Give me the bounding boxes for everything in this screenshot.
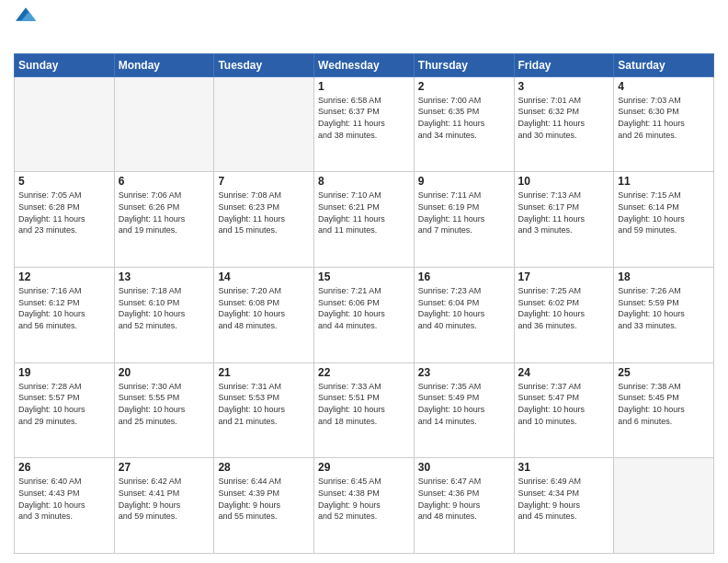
day-info: Sunrise: 6:44 AM Sunset: 4:39 PM Dayligh… [218, 476, 310, 522]
day-number: 18 [618, 270, 710, 283]
calendar-cell: 14Sunrise: 7:20 AM Sunset: 6:08 PM Dayli… [214, 268, 314, 363]
day-info: Sunrise: 7:03 AM Sunset: 6:30 PM Dayligh… [618, 95, 710, 141]
calendar-cell: 28Sunrise: 6:44 AM Sunset: 4:39 PM Dayli… [214, 458, 314, 554]
calendar-cell: 20Sunrise: 7:30 AM Sunset: 5:55 PM Dayli… [114, 362, 214, 458]
calendar-cell: 9Sunrise: 7:11 AM Sunset: 6:19 PM Daylig… [414, 172, 514, 268]
day-number: 7 [218, 175, 310, 188]
calendar-cell: 23Sunrise: 7:35 AM Sunset: 5:49 PM Dayli… [414, 362, 514, 458]
week-row-4: 19Sunrise: 7:28 AM Sunset: 5:57 PM Dayli… [15, 362, 714, 458]
calendar-cell: 7Sunrise: 7:08 AM Sunset: 6:23 PM Daylig… [214, 172, 314, 268]
day-info: Sunrise: 7:18 AM Sunset: 6:10 PM Dayligh… [119, 285, 210, 331]
day-info: Sunrise: 7:33 AM Sunset: 5:51 PM Dayligh… [318, 381, 410, 427]
calendar-cell: 13Sunrise: 7:18 AM Sunset: 6:10 PM Dayli… [114, 268, 214, 363]
day-number: 14 [218, 270, 310, 283]
calendar-cell: 29Sunrise: 6:45 AM Sunset: 4:38 PM Dayli… [314, 458, 415, 554]
calendar-cell: 27Sunrise: 6:42 AM Sunset: 4:41 PM Dayli… [114, 458, 214, 554]
col-tuesday: Tuesday [214, 53, 314, 76]
day-number: 17 [518, 270, 610, 283]
calendar-cell: 10Sunrise: 7:13 AM Sunset: 6:17 PM Dayli… [514, 172, 614, 268]
day-info: Sunrise: 7:11 AM Sunset: 6:19 PM Dayligh… [418, 190, 510, 236]
day-number: 25 [618, 366, 710, 379]
day-number: 20 [119, 366, 210, 379]
calendar-cell: 26Sunrise: 6:40 AM Sunset: 4:43 PM Dayli… [15, 458, 115, 554]
col-friday: Friday [514, 53, 614, 76]
calendar-cell: 18Sunrise: 7:26 AM Sunset: 5:59 PM Dayli… [614, 268, 714, 363]
page: Sunday Monday Tuesday Wednesday Thursday… [0, 0, 728, 563]
calendar-cell [614, 458, 714, 554]
day-info: Sunrise: 7:15 AM Sunset: 6:14 PM Dayligh… [618, 190, 710, 236]
calendar-cell: 3Sunrise: 7:01 AM Sunset: 6:32 PM Daylig… [514, 76, 614, 172]
calendar-cell [15, 76, 115, 172]
day-info: Sunrise: 6:45 AM Sunset: 4:38 PM Dayligh… [318, 476, 410, 522]
day-number: 28 [218, 461, 310, 474]
calendar-cell: 24Sunrise: 7:37 AM Sunset: 5:47 PM Dayli… [514, 362, 614, 458]
day-info: Sunrise: 6:49 AM Sunset: 4:34 PM Dayligh… [518, 476, 610, 522]
day-info: Sunrise: 7:37 AM Sunset: 5:47 PM Dayligh… [518, 381, 610, 427]
week-row-5: 26Sunrise: 6:40 AM Sunset: 4:43 PM Dayli… [15, 458, 714, 554]
calendar-cell: 6Sunrise: 7:06 AM Sunset: 6:26 PM Daylig… [114, 172, 214, 268]
week-row-3: 12Sunrise: 7:16 AM Sunset: 6:12 PM Dayli… [15, 268, 714, 363]
day-info: Sunrise: 7:00 AM Sunset: 6:35 PM Dayligh… [418, 95, 510, 141]
day-number: 26 [18, 461, 110, 474]
calendar-cell: 22Sunrise: 7:33 AM Sunset: 5:51 PM Dayli… [314, 362, 415, 458]
calendar-cell: 1Sunrise: 6:58 AM Sunset: 6:37 PM Daylig… [314, 76, 415, 172]
day-info: Sunrise: 7:23 AM Sunset: 6:04 PM Dayligh… [418, 285, 510, 331]
col-saturday: Saturday [614, 53, 714, 76]
day-number: 13 [119, 270, 210, 283]
day-info: Sunrise: 7:26 AM Sunset: 5:59 PM Dayligh… [618, 285, 710, 331]
day-info: Sunrise: 7:13 AM Sunset: 6:17 PM Dayligh… [518, 190, 610, 236]
day-number: 8 [318, 175, 410, 188]
day-number: 23 [418, 366, 510, 379]
day-number: 31 [518, 461, 610, 474]
day-info: Sunrise: 7:28 AM Sunset: 5:57 PM Dayligh… [18, 381, 110, 427]
col-sunday: Sunday [15, 53, 115, 76]
day-number: 1 [318, 80, 410, 93]
calendar-cell: 12Sunrise: 7:16 AM Sunset: 6:12 PM Dayli… [15, 268, 115, 363]
day-info: Sunrise: 7:16 AM Sunset: 6:12 PM Dayligh… [18, 285, 110, 331]
day-info: Sunrise: 6:47 AM Sunset: 4:36 PM Dayligh… [418, 476, 510, 522]
week-row-2: 5Sunrise: 7:05 AM Sunset: 6:28 PM Daylig… [15, 172, 714, 268]
day-number: 3 [518, 80, 610, 93]
day-info: Sunrise: 7:30 AM Sunset: 5:55 PM Dayligh… [119, 381, 210, 427]
day-number: 27 [119, 461, 210, 474]
col-monday: Monday [114, 53, 214, 76]
calendar-cell: 31Sunrise: 6:49 AM Sunset: 4:34 PM Dayli… [514, 458, 614, 554]
day-number: 19 [18, 366, 110, 379]
day-number: 15 [318, 270, 410, 283]
day-number: 24 [518, 366, 610, 379]
calendar-cell: 16Sunrise: 7:23 AM Sunset: 6:04 PM Dayli… [414, 268, 514, 363]
logo-icon [16, 6, 36, 26]
calendar-cell: 30Sunrise: 6:47 AM Sunset: 4:36 PM Dayli… [414, 458, 514, 554]
day-info: Sunrise: 6:40 AM Sunset: 4:43 PM Dayligh… [18, 476, 110, 522]
calendar-cell: 11Sunrise: 7:15 AM Sunset: 6:14 PM Dayli… [614, 172, 714, 268]
header [14, 9, 714, 48]
calendar-cell [114, 76, 214, 172]
day-info: Sunrise: 7:10 AM Sunset: 6:21 PM Dayligh… [318, 190, 410, 236]
calendar-cell: 15Sunrise: 7:21 AM Sunset: 6:06 PM Dayli… [314, 268, 415, 363]
calendar-table: Sunday Monday Tuesday Wednesday Thursday… [14, 53, 714, 554]
day-info: Sunrise: 7:20 AM Sunset: 6:08 PM Dayligh… [218, 285, 310, 331]
calendar-cell: 19Sunrise: 7:28 AM Sunset: 5:57 PM Dayli… [15, 362, 115, 458]
calendar-cell: 5Sunrise: 7:05 AM Sunset: 6:28 PM Daylig… [15, 172, 115, 268]
calendar-cell: 25Sunrise: 7:38 AM Sunset: 5:45 PM Dayli… [614, 362, 714, 458]
col-wednesday: Wednesday [314, 53, 415, 76]
day-number: 2 [418, 80, 510, 93]
calendar-cell: 8Sunrise: 7:10 AM Sunset: 6:21 PM Daylig… [314, 172, 415, 268]
day-number: 4 [618, 80, 710, 93]
day-info: Sunrise: 6:58 AM Sunset: 6:37 PM Dayligh… [318, 95, 410, 141]
day-number: 6 [119, 175, 210, 188]
header-row: Sunday Monday Tuesday Wednesday Thursday… [15, 53, 714, 76]
day-info: Sunrise: 6:42 AM Sunset: 4:41 PM Dayligh… [119, 476, 210, 522]
day-number: 30 [418, 461, 510, 474]
logo [14, 13, 36, 48]
day-info: Sunrise: 7:25 AM Sunset: 6:02 PM Dayligh… [518, 285, 610, 331]
day-info: Sunrise: 7:08 AM Sunset: 6:23 PM Dayligh… [218, 190, 310, 236]
day-info: Sunrise: 7:31 AM Sunset: 5:53 PM Dayligh… [218, 381, 310, 427]
day-info: Sunrise: 7:38 AM Sunset: 5:45 PM Dayligh… [618, 381, 710, 427]
col-thursday: Thursday [414, 53, 514, 76]
day-number: 5 [18, 175, 110, 188]
day-number: 10 [518, 175, 610, 188]
day-number: 12 [18, 270, 110, 283]
day-info: Sunrise: 7:06 AM Sunset: 6:26 PM Dayligh… [119, 190, 210, 236]
calendar-cell: 17Sunrise: 7:25 AM Sunset: 6:02 PM Dayli… [514, 268, 614, 363]
